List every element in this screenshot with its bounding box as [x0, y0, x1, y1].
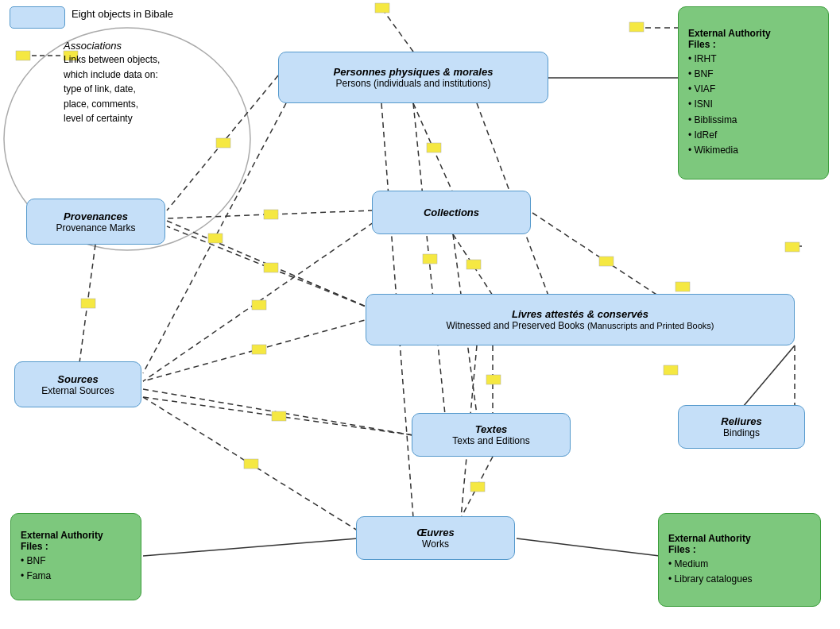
svg-line-16 [167, 226, 374, 310]
persons-subtitle: Persons (individuals and institutions) [336, 78, 491, 89]
svg-line-25 [517, 538, 660, 556]
svg-line-9 [167, 210, 374, 218]
node-reliures: Reliures Bindings [678, 405, 805, 449]
svg-rect-49 [375, 3, 389, 13]
oeuvres-subtitle: Works [422, 538, 449, 550]
svg-rect-51 [785, 242, 799, 252]
svg-rect-50 [629, 22, 644, 32]
green-box-bottom-left: External AuthorityFiles : • BNF • Fama [10, 513, 141, 600]
svg-rect-43 [264, 263, 278, 272]
svg-line-1 [413, 103, 453, 193]
svg-line-15 [143, 318, 374, 381]
node-provenances: Provenances Provenance Marks [26, 199, 165, 245]
svg-rect-52 [664, 365, 678, 375]
node-collections: Collections [372, 191, 531, 234]
reliures-subtitle: Bindings [723, 427, 760, 438]
green-box-bottom-right: External AuthorityFiles : • Medium • Lib… [658, 513, 821, 607]
green-bottom-left-title: External AuthorityFiles : [21, 530, 103, 552]
svg-line-24 [143, 538, 358, 556]
sources-title: Sources [57, 373, 98, 385]
svg-rect-40 [599, 257, 614, 266]
svg-rect-36 [466, 260, 481, 269]
svg-rect-34 [423, 254, 437, 264]
svg-rect-38 [252, 300, 266, 310]
green-top-right-title: External AuthorityFiles : [688, 28, 771, 50]
green-box-top-right: External AuthorityFiles : • IRHT • BNF •… [678, 6, 829, 179]
node-books: Livres attestés & conservés Witnessed an… [366, 294, 795, 345]
provenances-subtitle: Provenance Marks [56, 222, 135, 233]
persons-title: Personnes physiques & morales [334, 66, 494, 78]
node-oeuvres: Œuvres Works [356, 516, 515, 560]
legend-blue-label: Eight objects in Bibale [72, 8, 173, 20]
reliures-title: Reliures [721, 415, 761, 427]
node-persons: Personnes physiques & morales Persons (i… [278, 52, 548, 103]
svg-line-4 [167, 75, 278, 210]
node-sources: Sources External Sources [14, 361, 141, 407]
svg-line-27 [381, 8, 413, 52]
svg-rect-53 [675, 282, 690, 291]
svg-rect-45 [470, 482, 485, 492]
books-subtitle: Witnessed and Preserved Books (Manuscrip… [446, 320, 714, 331]
svg-line-21 [167, 221, 374, 310]
svg-line-14 [743, 345, 795, 407]
diagram-container: Eight objects in Bibale Associations Lin… [0, 0, 840, 629]
legend-assoc-label: Associations [64, 40, 122, 52]
collections-title: Collections [424, 206, 479, 218]
green-bottom-right-list: • Medium • Library catalogues [668, 557, 753, 587]
books-title: Livres attestés & conservés [512, 308, 648, 320]
svg-rect-48 [244, 459, 258, 469]
legend-assoc-desc: Links between objects,which include data… [64, 52, 160, 126]
green-bottom-left-list: • BNF • Fama [21, 554, 51, 584]
svg-rect-54 [16, 51, 30, 60]
svg-rect-33 [208, 233, 223, 243]
green-bottom-right-title: External AuthorityFiles : [668, 533, 751, 555]
svg-line-19 [143, 397, 413, 435]
sources-subtitle: External Sources [41, 385, 114, 396]
node-textes: Textes Texts and Editions [412, 413, 571, 457]
svg-rect-30 [427, 143, 441, 152]
textes-title: Textes [475, 423, 508, 435]
green-top-right-list: • IRHT • BNF • VIAF • ISNI • Biblissima … [688, 52, 738, 158]
svg-line-23 [143, 389, 413, 435]
svg-line-6 [413, 103, 445, 415]
svg-line-22 [143, 397, 358, 531]
textes-subtitle: Texts and Editions [452, 435, 529, 446]
svg-rect-46 [272, 411, 286, 421]
oeuvres-title: Œuvres [416, 527, 455, 538]
svg-line-18 [461, 457, 493, 518]
provenances-title: Provenances [64, 210, 128, 222]
svg-line-8 [453, 234, 493, 295]
svg-line-20 [79, 245, 95, 363]
svg-rect-42 [252, 345, 266, 354]
svg-rect-32 [216, 138, 230, 148]
svg-rect-47 [81, 299, 95, 308]
legend-blue-rect [10, 6, 65, 29]
svg-rect-41 [486, 375, 501, 384]
svg-rect-37 [264, 210, 278, 219]
svg-line-11 [143, 222, 374, 381]
